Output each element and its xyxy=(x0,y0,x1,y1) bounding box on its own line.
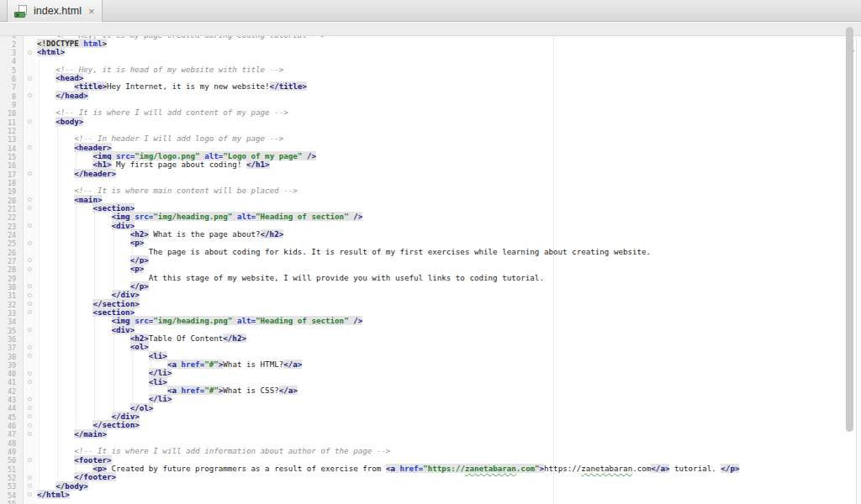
line-number: 36 xyxy=(0,335,16,344)
fold-marker[interactable] xyxy=(28,50,32,55)
code-line[interactable]: 11 <body> xyxy=(0,118,861,126)
line-number: 39 xyxy=(0,361,16,370)
fold-marker[interactable] xyxy=(28,371,32,375)
fold-marker[interactable] xyxy=(28,284,32,288)
code-line[interactable]: 54</html> xyxy=(0,491,861,499)
code-line[interactable]: 46 </section> xyxy=(0,421,861,429)
line-number: 41 xyxy=(0,378,16,386)
fold-marker[interactable] xyxy=(28,241,32,245)
fold-marker[interactable] xyxy=(28,206,32,210)
code-line[interactable]: 52 </footer> xyxy=(0,473,861,481)
code-line[interactable]: 47 </main> xyxy=(0,430,861,438)
line-number: 9 xyxy=(0,101,16,109)
line-number: 53 xyxy=(0,482,16,491)
line-number: 40 xyxy=(0,370,16,378)
code-line[interactable]: 5 <!-- Hey, it is head of my website wit… xyxy=(0,66,861,74)
line-number: 18 xyxy=(0,179,16,187)
fold-marker[interactable] xyxy=(28,484,32,488)
fold-marker[interactable] xyxy=(28,310,32,314)
fold-marker[interactable] xyxy=(28,432,32,436)
fold-marker[interactable] xyxy=(28,423,32,428)
line-number: 21 xyxy=(0,205,16,213)
code-text: </html> xyxy=(37,491,70,499)
fold-marker[interactable] xyxy=(28,397,32,402)
code-line[interactable]: 10 <!-- It is where I will add content o… xyxy=(0,108,861,117)
line-number: 25 xyxy=(0,239,16,248)
line-number: 43 xyxy=(0,396,16,404)
line-number: 8 xyxy=(0,92,16,101)
line-number: 37 xyxy=(0,344,16,352)
fold-marker[interactable] xyxy=(28,492,32,496)
fold-marker[interactable] xyxy=(28,93,32,97)
code-text: </head> xyxy=(37,92,88,100)
line-number: 11 xyxy=(0,118,16,127)
fold-marker[interactable] xyxy=(28,119,32,123)
tab-close-icon[interactable]: × xyxy=(88,6,95,17)
fold-marker[interactable] xyxy=(28,171,32,176)
fold-marker[interactable] xyxy=(28,345,32,349)
line-number: 26 xyxy=(0,249,16,257)
code-line[interactable]: 7 <title>Hey Internet, it is my new webs… xyxy=(0,82,861,91)
fold-marker[interactable] xyxy=(28,293,32,297)
fold-marker[interactable] xyxy=(28,76,32,81)
code-line[interactable]: 16 <h1> My first page about coding! </h1… xyxy=(0,160,861,169)
editor-window: H index.html × 1 <!-- Hey, it is my page… xyxy=(0,0,861,504)
line-number: 27 xyxy=(0,257,16,265)
tab-bar: H index.html × xyxy=(0,0,861,22)
line-number: 54 xyxy=(0,491,16,500)
line-number: 31 xyxy=(0,291,16,300)
tab-index-html[interactable]: H index.html × xyxy=(7,0,103,22)
line-number: 20 xyxy=(0,197,16,205)
tab-title: index.html xyxy=(34,5,82,17)
line-number: 46 xyxy=(0,422,16,430)
fold-marker[interactable] xyxy=(28,354,32,358)
code-text: </header> xyxy=(37,170,116,178)
code-line[interactable]: 53 </body> xyxy=(0,482,861,491)
line-number: 12 xyxy=(0,127,16,135)
fold-marker[interactable] xyxy=(28,414,32,418)
line-number: 6 xyxy=(0,75,16,83)
fold-marker[interactable] xyxy=(28,380,32,384)
code-line[interactable]: 8 </head> xyxy=(0,92,861,100)
line-number: 19 xyxy=(0,187,16,196)
code-line[interactable]: 13 <!-- In header I will add logo of my … xyxy=(0,134,861,143)
line-number: 16 xyxy=(0,161,16,170)
line-number: 17 xyxy=(0,171,16,179)
line-number: 4 xyxy=(0,57,16,66)
line-number: 23 xyxy=(0,223,16,231)
line-number: 15 xyxy=(0,153,16,161)
code-editor[interactable]: 1 <!-- Hey, it is my page created during… xyxy=(0,36,861,504)
code-line[interactable]: 2<!DOCTYPE html> xyxy=(0,39,861,48)
code-text: <p> Created by future programmers as a r… xyxy=(37,465,739,473)
line-number: 50 xyxy=(0,456,16,465)
line-number: 3 xyxy=(0,49,16,57)
code-line[interactable]: 49 <!-- It is where I will add informati… xyxy=(0,447,861,455)
fold-marker[interactable] xyxy=(28,223,32,228)
line-number: 55 xyxy=(0,500,16,504)
line-number: 42 xyxy=(0,387,16,396)
fold-marker[interactable] xyxy=(28,406,32,410)
line-number: 30 xyxy=(0,283,16,291)
fold-marker[interactable] xyxy=(28,302,32,306)
fold-marker[interactable] xyxy=(28,197,32,202)
html-file-icon: H xyxy=(14,5,29,18)
code-line[interactable]: 17 </header> xyxy=(0,170,861,178)
fold-marker[interactable] xyxy=(28,258,32,262)
fold-marker[interactable] xyxy=(28,145,32,150)
line-number: 49 xyxy=(0,448,16,456)
code-line[interactable]: 51 <p> Created by future programmers as … xyxy=(0,465,861,473)
fold-marker[interactable] xyxy=(28,267,32,271)
fold-marker[interactable] xyxy=(28,328,32,332)
toolbar-strip xyxy=(0,23,861,36)
code-line[interactable]: 19 <!-- It is where main content will be… xyxy=(0,186,861,195)
line-number: 5 xyxy=(0,66,16,75)
scrollbar-thumb[interactable] xyxy=(846,27,853,432)
line-number: 47 xyxy=(0,430,16,438)
vertical-scrollbar[interactable] xyxy=(844,0,856,468)
code-line[interactable]: 3<html> xyxy=(0,48,861,56)
line-number: 28 xyxy=(0,265,16,274)
code-line[interactable]: 55 xyxy=(0,499,861,504)
fold-marker[interactable] xyxy=(28,458,32,462)
fold-marker[interactable] xyxy=(28,475,32,480)
line-number: 10 xyxy=(0,109,16,118)
